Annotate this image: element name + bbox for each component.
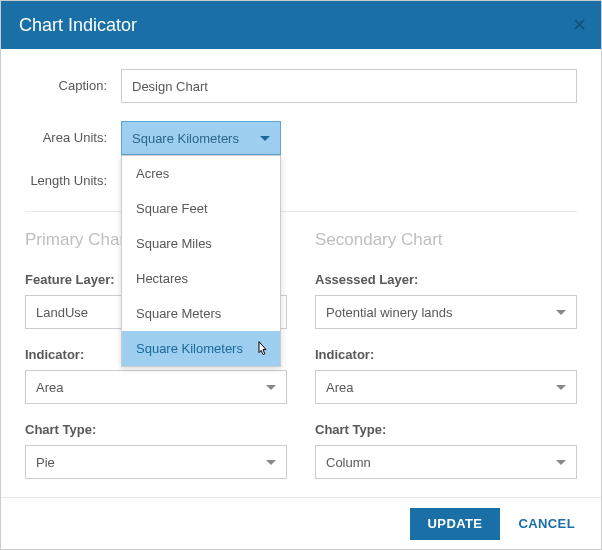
close-icon[interactable]: ✕: [572, 14, 587, 36]
option-label: Square Kilometers: [136, 341, 243, 356]
area-units-option-acres[interactable]: Acres: [122, 156, 280, 191]
divider: [25, 211, 577, 212]
secondary-chart-col: Secondary Chart Assessed Layer: Potentia…: [315, 230, 577, 497]
area-units-select[interactable]: Square Kilometers: [121, 121, 281, 155]
area-units-dropdown: Acres Square Feet Square Miles Hectares …: [121, 155, 281, 367]
dialog-titlebar: Chart Indicator ✕: [1, 1, 601, 49]
length-units-label: Length Units:: [25, 173, 121, 189]
dialog-title: Chart Indicator: [19, 15, 137, 36]
primary-chart-type-label: Chart Type:: [25, 422, 287, 437]
charts-row: Primary Chart Feature Layer: LandUse Ind…: [25, 230, 577, 497]
area-units-select-wrap: Square Kilometers Acres Square Feet Squa…: [121, 121, 281, 155]
secondary-chart-type-label: Chart Type:: [315, 422, 577, 437]
update-button[interactable]: UPDATE: [410, 508, 501, 540]
secondary-chart-type-select[interactable]: Column: [315, 445, 577, 479]
secondary-indicator-label: Indicator:: [315, 347, 577, 362]
chevron-down-icon: [556, 460, 566, 465]
assessed-layer-label: Assessed Layer:: [315, 272, 577, 287]
primary-indicator-select[interactable]: Area: [25, 370, 287, 404]
chevron-down-icon: [556, 385, 566, 390]
area-units-value: Square Kilometers: [132, 131, 239, 146]
secondary-indicator-select[interactable]: Area: [315, 370, 577, 404]
cursor-pointer-icon: [254, 340, 270, 361]
assessed-layer-select[interactable]: Potential winery lands: [315, 295, 577, 329]
caption-row: Caption:: [25, 69, 577, 103]
dialog-footer: UPDATE CANCEL: [1, 497, 601, 549]
area-units-row: Area Units: Square Kilometers Acres Squa…: [25, 121, 577, 155]
secondary-chart-type-value: Column: [326, 455, 371, 470]
area-units-option-square-kilometers[interactable]: Square Kilometers: [122, 331, 280, 366]
chevron-down-icon: [266, 385, 276, 390]
primary-chart-type-value: Pie: [36, 455, 55, 470]
length-units-row: Length Units:: [25, 173, 577, 189]
chevron-down-icon: [260, 136, 270, 141]
area-units-option-hectares[interactable]: Hectares: [122, 261, 280, 296]
cancel-button[interactable]: CANCEL: [508, 516, 585, 531]
area-units-option-square-feet[interactable]: Square Feet: [122, 191, 280, 226]
assessed-layer-value: Potential winery lands: [326, 305, 452, 320]
chevron-down-icon: [556, 310, 566, 315]
secondary-chart-heading: Secondary Chart: [315, 230, 577, 250]
caption-label: Caption:: [25, 78, 121, 94]
dialog-content: Caption: Area Units: Square Kilometers A…: [1, 49, 601, 497]
chevron-down-icon: [266, 460, 276, 465]
feature-layer-value: LandUse: [36, 305, 88, 320]
caption-input[interactable]: [121, 69, 577, 103]
area-units-label: Area Units:: [25, 130, 121, 146]
area-units-option-square-meters[interactable]: Square Meters: [122, 296, 280, 331]
primary-indicator-value: Area: [36, 380, 63, 395]
primary-chart-type-select[interactable]: Pie: [25, 445, 287, 479]
area-units-option-square-miles[interactable]: Square Miles: [122, 226, 280, 261]
secondary-indicator-value: Area: [326, 380, 353, 395]
